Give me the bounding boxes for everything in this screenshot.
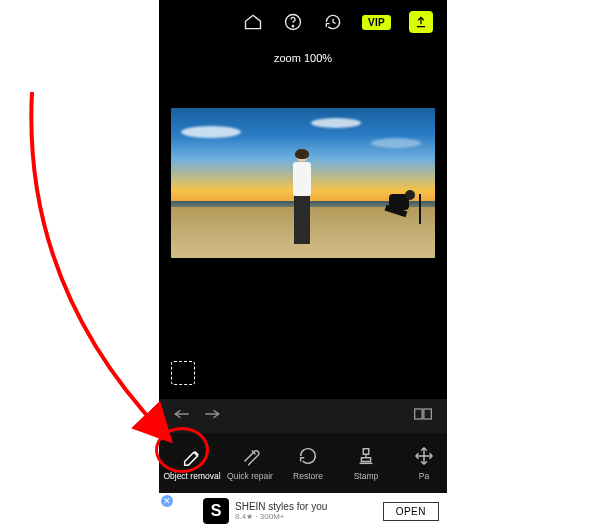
ad-open-button[interactable]: OPEN <box>383 502 439 521</box>
tool-label: Quick repair <box>227 471 273 481</box>
subject-person <box>289 150 315 244</box>
redo-button[interactable] <box>203 407 221 425</box>
svg-rect-3 <box>424 409 432 419</box>
edit-bar <box>159 399 447 433</box>
tool-label: Object removal <box>163 471 220 481</box>
export-button[interactable] <box>409 11 433 33</box>
edited-photo <box>171 108 435 258</box>
tool-restore[interactable]: Restore <box>279 445 337 481</box>
ad-close-icon[interactable]: ✕ <box>161 495 173 507</box>
ad-subtitle: 8.4★ · 300M+ <box>235 512 327 521</box>
editor-canvas[interactable] <box>159 80 447 399</box>
undo-button[interactable] <box>173 407 191 425</box>
tool-quick-repair[interactable]: Quick repair <box>221 445 279 481</box>
svg-rect-2 <box>415 409 423 419</box>
tool-label: Restore <box>293 471 323 481</box>
background-person <box>381 186 421 226</box>
history-icon[interactable] <box>322 11 344 33</box>
tool-label: Pa <box>419 471 429 481</box>
home-icon[interactable] <box>242 11 264 33</box>
zoom-label: zoom 100% <box>159 52 447 64</box>
bottom-toolbar: Object removal Quick repair Restore Stam… <box>159 433 447 493</box>
top-bar: VIP <box>159 0 447 44</box>
svg-point-1 <box>292 26 293 27</box>
tool-label: Stamp <box>354 471 379 481</box>
phone-frame: VIP zoom 100% <box>159 0 447 529</box>
help-icon[interactable] <box>282 11 304 33</box>
tool-object-removal[interactable]: Object removal <box>163 445 221 481</box>
ad-logo: S <box>203 498 229 524</box>
tool-stamp[interactable]: Stamp <box>337 445 395 481</box>
ad-banner[interactable]: ✕ S SHEIN styles for you 8.4★ · 300M+ OP… <box>159 493 447 529</box>
vip-badge[interactable]: VIP <box>362 15 391 30</box>
selection-tool-icon[interactable] <box>171 361 195 385</box>
ad-title: SHEIN styles for you <box>235 501 327 512</box>
compare-button[interactable] <box>413 406 433 426</box>
tool-pan[interactable]: Pa <box>395 445 447 481</box>
